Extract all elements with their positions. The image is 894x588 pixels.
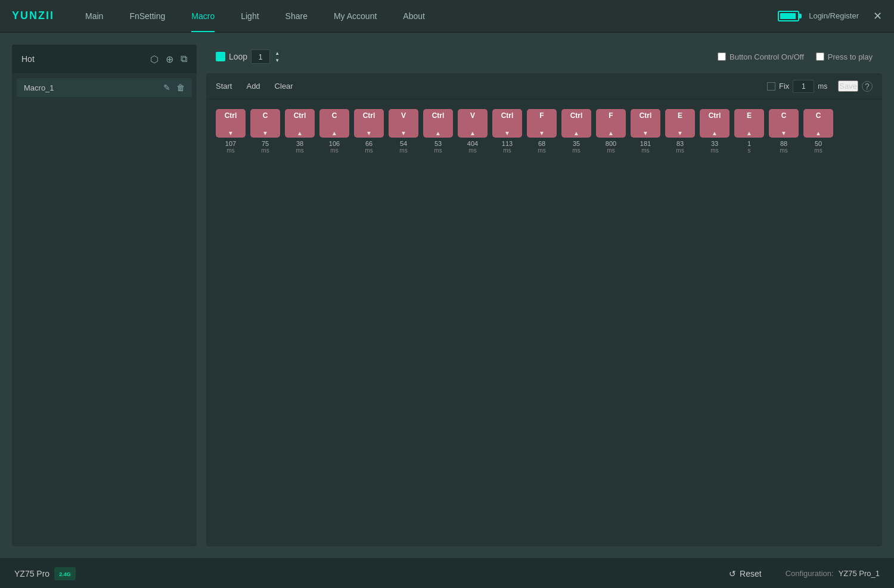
key-entry-12: Ctrl▼181ms bbox=[631, 109, 660, 154]
key-button-3[interactable]: C▲ bbox=[319, 109, 349, 138]
key-name-2: Ctrl bbox=[294, 111, 306, 120]
key-button-6[interactable]: Ctrl▲ bbox=[423, 109, 453, 138]
key-button-11[interactable]: F▲ bbox=[596, 109, 626, 138]
device-name: YZ75 Pro bbox=[14, 569, 49, 578]
key-name-9: F bbox=[539, 111, 544, 120]
nav-item-macro[interactable]: Macro bbox=[178, 0, 228, 32]
key-arrow-16: ▼ bbox=[781, 130, 787, 136]
nav-item-my-account[interactable]: My Account bbox=[321, 0, 390, 32]
key-time-17: 50ms bbox=[814, 140, 822, 154]
loop-container: Loop ▲ ▼ bbox=[216, 49, 282, 64]
key-arrow-7: ▲ bbox=[470, 130, 476, 136]
key-entry-10: Ctrl▲35ms bbox=[561, 109, 591, 154]
left-panel: Hot ⬡ ⊕ ⧉ Macro_1 ✎ 🗑 bbox=[12, 45, 197, 546]
key-time-0: 107ms bbox=[225, 140, 236, 154]
key-name-4: Ctrl bbox=[363, 111, 375, 120]
clear-button[interactable]: Clear bbox=[275, 82, 293, 91]
fix-container: Fix ms Save ? bbox=[767, 80, 873, 93]
logo: YUNZII bbox=[12, 10, 54, 22]
add-button[interactable]: Add bbox=[246, 82, 260, 91]
export-icon[interactable]: ⬡ bbox=[150, 54, 159, 65]
key-button-2[interactable]: Ctrl▲ bbox=[285, 109, 315, 138]
key-button-13[interactable]: E▼ bbox=[665, 109, 695, 138]
key-button-7[interactable]: V▲ bbox=[458, 109, 488, 138]
fix-checkbox[interactable] bbox=[767, 82, 775, 91]
key-name-12: Ctrl bbox=[640, 111, 652, 120]
button-control-checkbox[interactable] bbox=[718, 52, 726, 61]
key-button-1[interactable]: C▼ bbox=[250, 109, 280, 138]
key-time-12: 181ms bbox=[640, 140, 651, 154]
config-value: YZ75 Pro_1 bbox=[839, 569, 880, 578]
loop-down-button[interactable]: ▼ bbox=[272, 57, 282, 64]
nav-item-about[interactable]: About bbox=[390, 0, 438, 32]
reset-label: Reset bbox=[740, 569, 762, 578]
key-time-9: 68ms bbox=[538, 140, 545, 154]
start-button[interactable]: Start bbox=[216, 82, 232, 91]
key-time-14: 33ms bbox=[710, 140, 718, 154]
key-name-1: C bbox=[263, 111, 268, 120]
key-entry-0: Ctrl▼107ms bbox=[216, 109, 246, 154]
loop-value-container: ▲ ▼ bbox=[251, 49, 282, 64]
fix-label: Fix bbox=[779, 82, 789, 91]
delete-icon[interactable]: 🗑 bbox=[176, 83, 185, 92]
panel-header-icons: ⬡ ⊕ ⧉ bbox=[150, 54, 187, 65]
key-time-6: 53ms bbox=[434, 140, 442, 154]
save-button[interactable]: Save bbox=[838, 80, 858, 92]
key-name-15: E bbox=[747, 111, 752, 120]
nav-item-light[interactable]: Light bbox=[228, 0, 272, 32]
macro-item[interactable]: Macro_1 ✎ 🗑 bbox=[17, 78, 192, 97]
key-name-0: Ctrl bbox=[225, 111, 237, 120]
key-time-4: 66ms bbox=[365, 140, 372, 154]
key-entry-11: F▲800ms bbox=[596, 109, 626, 154]
key-arrow-1: ▼ bbox=[262, 130, 268, 136]
close-button[interactable]: ✕ bbox=[873, 10, 882, 23]
key-name-14: Ctrl bbox=[709, 111, 721, 120]
loop-input[interactable] bbox=[251, 49, 270, 64]
key-name-6: Ctrl bbox=[432, 111, 445, 120]
bottombar: YZ75 Pro 2.4G ↺ Reset Configuration: YZ7… bbox=[0, 558, 894, 588]
add-macro-icon[interactable]: ⊕ bbox=[166, 54, 173, 65]
key-name-11: F bbox=[609, 111, 613, 120]
key-time-2: 38ms bbox=[296, 140, 303, 154]
key-entry-1: C▼75ms bbox=[250, 109, 280, 154]
key-button-12[interactable]: Ctrl▼ bbox=[631, 109, 660, 138]
key-button-9[interactable]: F▼ bbox=[527, 109, 557, 138]
key-name-3: C bbox=[332, 111, 337, 120]
key-button-4[interactable]: Ctrl▼ bbox=[354, 109, 384, 138]
key-button-8[interactable]: Ctrl▼ bbox=[492, 109, 522, 138]
nav-item-main[interactable]: Main bbox=[72, 0, 116, 32]
key-button-15[interactable]: E▲ bbox=[734, 109, 764, 138]
right-controls: Login/Register ✕ bbox=[778, 10, 882, 23]
key-time-16: 88ms bbox=[780, 140, 787, 154]
button-control-container: Button Control On/Off bbox=[718, 52, 804, 61]
hot-label: Hot bbox=[21, 54, 35, 64]
key-time-8: 113ms bbox=[502, 140, 513, 154]
key-arrow-6: ▲ bbox=[435, 130, 441, 136]
key-entry-16: C▼88ms bbox=[769, 109, 799, 154]
fix-value-input[interactable] bbox=[793, 80, 814, 93]
panel-header: Hot ⬡ ⊕ ⧉ bbox=[12, 45, 197, 73]
key-button-16[interactable]: C▼ bbox=[769, 109, 799, 138]
key-time-13: 83ms bbox=[676, 140, 684, 154]
login-button[interactable]: Login/Register bbox=[809, 11, 859, 20]
help-icon[interactable]: ? bbox=[862, 81, 873, 92]
rename-icon[interactable]: ✎ bbox=[163, 83, 170, 92]
key-button-5[interactable]: V▼ bbox=[389, 109, 418, 138]
key-button-17[interactable]: C▲ bbox=[803, 109, 833, 138]
macro-list: Macro_1 ✎ 🗑 bbox=[12, 73, 197, 546]
reset-button[interactable]: ↺ Reset bbox=[729, 569, 762, 578]
nav-item-share[interactable]: Share bbox=[272, 0, 321, 32]
key-arrow-0: ▼ bbox=[228, 130, 234, 136]
loop-checkbox[interactable] bbox=[216, 52, 225, 61]
nav-item-fnsetting[interactable]: FnSetting bbox=[116, 0, 178, 32]
key-button-0[interactable]: Ctrl▼ bbox=[216, 109, 246, 138]
copy-macro-icon[interactable]: ⧉ bbox=[181, 54, 187, 65]
key-arrow-4: ▼ bbox=[366, 130, 372, 136]
press-to-play-checkbox[interactable] bbox=[816, 52, 824, 61]
key-arrow-17: ▲ bbox=[815, 130, 821, 136]
key-entry-2: Ctrl▲38ms bbox=[285, 109, 315, 154]
loop-up-button[interactable]: ▲ bbox=[272, 50, 282, 57]
key-entry-14: Ctrl▲33ms bbox=[700, 109, 730, 154]
key-button-14[interactable]: Ctrl▲ bbox=[700, 109, 730, 138]
key-button-10[interactable]: Ctrl▲ bbox=[561, 109, 591, 138]
